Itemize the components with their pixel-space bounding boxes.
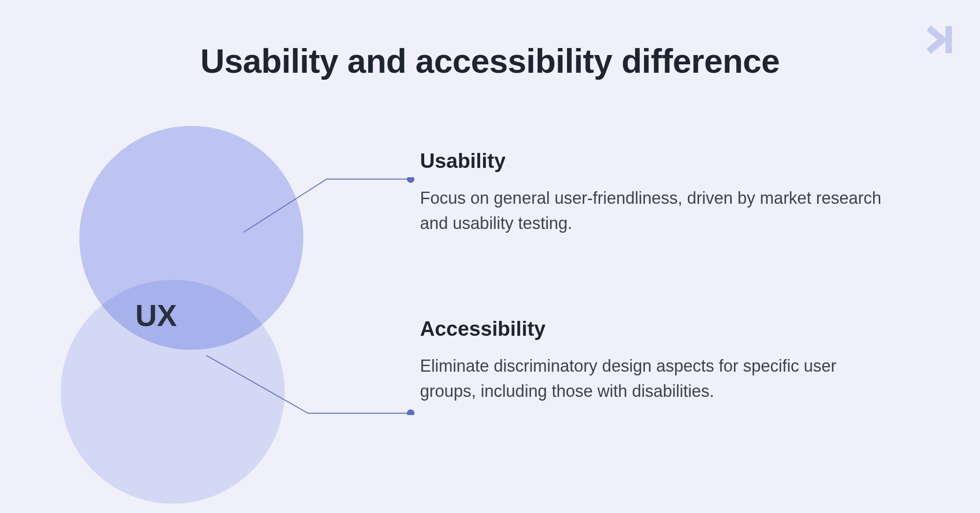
body-usability: Focus on general user-friendliness, driv…: [420, 186, 887, 236]
svg-point-1: [407, 177, 414, 182]
svg-point-2: [407, 410, 414, 415]
page-title: Usability and accessibility difference: [0, 42, 980, 80]
venn-diagram: UX: [61, 117, 294, 499]
heading-usability: Usability: [420, 149, 887, 173]
venn-label-ux: UX: [135, 298, 177, 333]
brand-logo-icon: [924, 23, 957, 56]
section-accessibility: Accessibility Eliminate discriminatory d…: [420, 317, 887, 404]
svg-rect-0: [945, 26, 952, 53]
heading-accessibility: Accessibility: [420, 317, 887, 340]
connector-usability: [243, 177, 415, 233]
section-usability: Usability Focus on general user-friendli…: [420, 149, 887, 236]
body-accessibility: Eliminate discriminatory design aspects …: [420, 354, 887, 404]
connector-accessibility: [205, 354, 415, 415]
